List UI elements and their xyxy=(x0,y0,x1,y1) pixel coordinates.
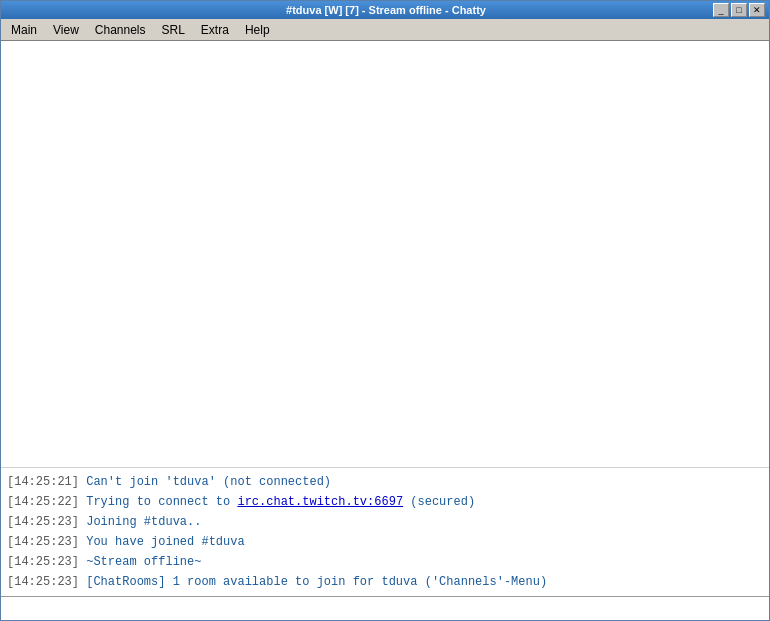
message-line-3: [14:25:23] Joining #tduva.. xyxy=(1,512,769,532)
msg-text-3: Joining #tduva.. xyxy=(86,515,201,529)
msg-text-5: ~Stream offline~ xyxy=(86,555,201,569)
menu-item-extra[interactable]: Extra xyxy=(193,21,237,39)
timestamp-2: [14:25:22] xyxy=(7,495,79,509)
chat-area xyxy=(1,41,769,467)
app-window: #tduva [W] [7] - Stream offline - Chatty… xyxy=(0,0,770,621)
message-line-1: [14:25:21] Can't join 'tduva' (not conne… xyxy=(1,472,769,492)
msg-text-4: You have joined #tduva xyxy=(86,535,244,549)
message-line-2: [14:25:22] Trying to connect to irc.chat… xyxy=(1,492,769,512)
menu-bar: Main View Channels SRL Extra Help xyxy=(1,19,769,41)
title-text: #tduva [W] [7] - Stream offline - Chatty xyxy=(59,4,713,16)
menu-item-view[interactable]: View xyxy=(45,21,87,39)
main-content: [14:25:21] Can't join 'tduva' (not conne… xyxy=(1,41,769,620)
input-area xyxy=(1,596,769,620)
menu-item-channels[interactable]: Channels xyxy=(87,21,154,39)
msg-text-2-before: Trying to connect to xyxy=(86,495,237,509)
window-controls: _ □ ✕ xyxy=(713,3,765,17)
timestamp-1: [14:25:21] xyxy=(7,475,79,489)
menu-item-help[interactable]: Help xyxy=(237,21,278,39)
message-line-4: [14:25:23] You have joined #tduva xyxy=(1,532,769,552)
timestamp-4: [14:25:23] xyxy=(7,535,79,549)
close-button[interactable]: ✕ xyxy=(749,3,765,17)
msg-link-2[interactable]: irc.chat.twitch.tv:6697 xyxy=(237,495,403,509)
message-line-5: [14:25:23] ~Stream offline~ xyxy=(1,552,769,572)
chat-input[interactable] xyxy=(1,597,769,620)
messages-section: [14:25:21] Can't join 'tduva' (not conne… xyxy=(1,467,769,596)
menu-item-main[interactable]: Main xyxy=(3,21,45,39)
msg-text-1: Can't join 'tduva' (not connected) xyxy=(86,475,331,489)
timestamp-5: [14:25:23] xyxy=(7,555,79,569)
maximize-button[interactable]: □ xyxy=(731,3,747,17)
message-line-6: [14:25:23] [ChatRooms] 1 room available … xyxy=(1,572,769,592)
timestamp-6: [14:25:23] xyxy=(7,575,79,589)
timestamp-3: [14:25:23] xyxy=(7,515,79,529)
menu-item-srl[interactable]: SRL xyxy=(154,21,193,39)
minimize-button[interactable]: _ xyxy=(713,3,729,17)
msg-text-2-after: (secured) xyxy=(410,495,475,509)
msg-text-6: [ChatRooms] 1 room available to join for… xyxy=(86,575,547,589)
title-bar: #tduva [W] [7] - Stream offline - Chatty… xyxy=(1,1,769,19)
